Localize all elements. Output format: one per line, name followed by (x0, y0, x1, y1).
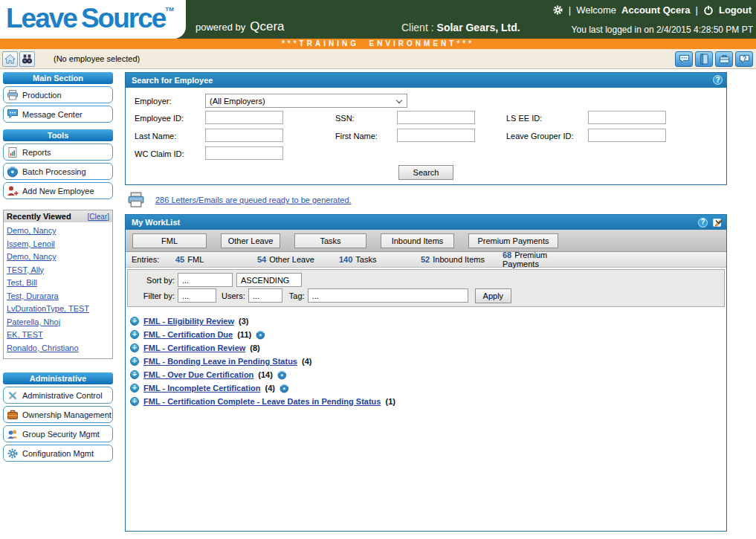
messages-button[interactable] (675, 51, 693, 67)
briefcase-icon (719, 54, 730, 64)
recently-viewed-box: Recently Viewed [Clear] Demo, Nancy Isse… (3, 210, 113, 359)
tab-other-leave[interactable]: Other Leave (221, 233, 280, 248)
leave-grouper-id-input[interactable] (588, 129, 666, 142)
users-select[interactable]: ... (248, 288, 282, 303)
help-button[interactable] (735, 51, 753, 67)
batch-disc-icon[interactable] (256, 330, 265, 340)
tab-tasks[interactable]: Tasks (294, 233, 366, 248)
worklist-category-link[interactable]: FML - Certification Due (143, 330, 233, 339)
gear-icon (7, 448, 19, 459)
worklist-count: (14) (258, 370, 273, 379)
toolbox-button[interactable] (715, 51, 733, 67)
worklist-category-link[interactable]: FML - Over Due Certification (143, 370, 253, 379)
help-icon[interactable]: ? (713, 75, 723, 85)
sidebar-item-configuration-mgmt[interactable]: Configuration Mgmt (3, 445, 113, 462)
recent-employee-link[interactable]: Test, Durarara (7, 290, 109, 303)
sidebar-item-label: Batch Processing (22, 167, 86, 176)
sidebar-item-add-new-employee[interactable]: Add New Employee (3, 182, 113, 199)
settings-gear-icon[interactable] (552, 4, 563, 16)
first-name-input[interactable] (397, 129, 475, 142)
recent-employee-link[interactable]: Test, Bill (7, 277, 109, 290)
toolbar-right (675, 51, 753, 67)
expand-plus-icon[interactable]: + (130, 343, 139, 352)
account-bar: | Welcome Account Qcera | Logout (552, 4, 752, 16)
ssn-input[interactable] (397, 111, 475, 124)
recent-employee-link[interactable]: Paterella, Nhoj (7, 316, 109, 329)
sidebar-item-administrative-control[interactable]: Administrative Control (3, 387, 113, 404)
recent-employee-link[interactable]: LvDurationType, TEST (7, 303, 109, 316)
expand-plus-icon[interactable]: + (130, 397, 139, 406)
sort-by-select[interactable]: ... (178, 273, 233, 287)
filter-by-select[interactable]: ... (178, 288, 216, 303)
sidebar-item-reports[interactable]: Reports (3, 143, 113, 161)
worklist-category-link[interactable]: FML - Incomplete Certification (143, 384, 260, 393)
expand-plus-icon[interactable]: + (130, 384, 139, 393)
recent-employee-link[interactable]: Issem, Lenoil (7, 238, 109, 251)
worklist-row: + FML - Eligibility Review (3) (130, 314, 726, 328)
sidebar-item-batch-processing[interactable]: Batch Processing (3, 163, 113, 180)
entry-count-premium-payments: 68Premium Payments (503, 251, 584, 268)
book-icon (700, 54, 709, 65)
first-name-label: First Name: (335, 132, 378, 141)
employee-id-label: Employee ID: (135, 114, 184, 123)
last-name-input[interactable] (205, 129, 283, 142)
recent-employee-link[interactable]: EK, TEST (7, 329, 109, 342)
wc-claim-id-input[interactable] (205, 146, 283, 160)
tab-inbound-items[interactable]: Inbound Items (381, 233, 454, 248)
binoculars-icon (22, 54, 33, 65)
sidebar-item-label: Production (22, 91, 62, 100)
briefcase-icon (7, 409, 19, 420)
tab-premium-payments[interactable]: Premium Payments (468, 233, 558, 248)
search-employee-button[interactable] (19, 51, 35, 67)
sort-row: Sort by: ... ASCENDING (128, 272, 724, 288)
clear-link[interactable]: [Clear] (88, 213, 109, 221)
recent-employee-link[interactable]: Ronaldo, Christiano (7, 342, 109, 355)
apply-button[interactable]: Apply (475, 288, 512, 303)
batch-disc-icon[interactable] (277, 370, 287, 380)
letters-queue-link[interactable]: 286 Letters/Emails are queued ready to b… (155, 196, 352, 204)
recent-employee-link[interactable]: Demo, Nancy (7, 225, 109, 238)
expand-plus-icon[interactable]: + (130, 330, 139, 339)
entry-count-fml: 45FML (175, 255, 257, 264)
tag-label: Tag: (289, 291, 305, 300)
entries-summary-row: Entries: 45FML 54Other Leave 140Tasks 52… (126, 252, 726, 268)
chat-bubble-icon (679, 54, 690, 64)
logout-button[interactable]: Logout (719, 4, 752, 16)
ls-ee-id-input[interactable] (588, 111, 666, 124)
account-name: Account Qcera (621, 4, 690, 16)
worklist-row: + FML - Certification Review (8) (130, 341, 726, 355)
worklist-title: My WorkList (132, 218, 180, 227)
worklist-count: (3) (239, 317, 248, 326)
worklist-category-link[interactable]: FML - Eligibility Review (143, 317, 234, 326)
worklist-category-link[interactable]: FML - Certification Complete - Leave Dat… (143, 397, 381, 406)
filter-row: Filter by: ... Users: ... Tag: ... Apply (128, 288, 724, 303)
sidebar-item-production[interactable]: Production (3, 86, 113, 103)
recent-employee-link[interactable]: TEST, Ally (7, 264, 109, 277)
recently-viewed-list: Demo, Nancy Issem, Lenoil Demo, Nancy TE… (4, 222, 112, 358)
tag-select[interactable]: ... (308, 288, 468, 303)
expand-plus-icon[interactable]: + (130, 317, 139, 326)
employee-id-input[interactable] (205, 111, 283, 124)
tab-fml[interactable]: FML (132, 233, 207, 248)
sidebar-item-group-security-mgmt[interactable]: Group Security Mgmt (3, 425, 113, 442)
search-button[interactable]: Search (398, 165, 453, 180)
sort-direction-select[interactable]: ASCENDING (236, 273, 302, 287)
employer-select[interactable]: (All Employers) (205, 94, 407, 108)
batch-disc-icon[interactable] (280, 384, 289, 393)
help-icon[interactable]: ? (698, 218, 708, 227)
sidebar: Main Section Production Message Center T… (3, 72, 113, 462)
app-header: LeaveSourceTM powered byQcera Client :So… (0, 0, 756, 39)
worklist-category-link[interactable]: FML - Bonding Leave in Pending Status (143, 357, 297, 366)
entry-count-tasks: 140Tasks (339, 255, 421, 264)
letters-queue-row: 286 Letters/Emails are queued ready to b… (126, 190, 352, 210)
power-icon[interactable] (703, 4, 714, 16)
expand-plus-icon[interactable]: + (130, 357, 139, 366)
expand-plus-icon[interactable]: + (130, 370, 139, 379)
sidebar-item-message-center[interactable]: Message Center (3, 106, 113, 123)
home-button[interactable] (2, 51, 18, 67)
sort-by-label: Sort by: (128, 276, 178, 285)
recent-employee-link[interactable]: Demo, Nancy (7, 251, 109, 264)
worklist-category-link[interactable]: FML - Certification Review (143, 343, 245, 352)
ledger-button[interactable] (695, 51, 713, 67)
sidebar-item-ownership-management[interactable]: Ownership Management (3, 406, 113, 423)
